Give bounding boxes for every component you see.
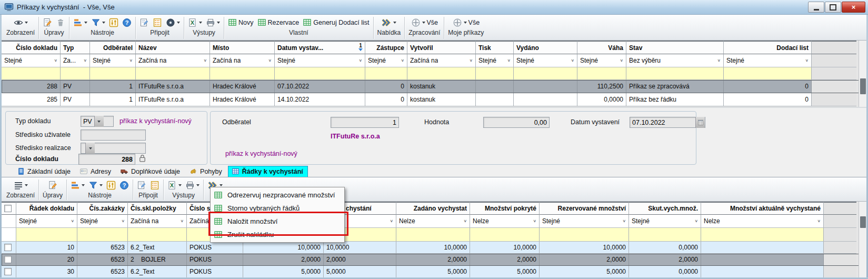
column-filter-dropdown[interactable]: Stejné∨ [2,54,61,67]
maximize-button[interactable] [825,2,841,13]
sort-button[interactable] [73,18,87,27]
column-filter-dropdown[interactable]: Začíná na∨ [407,54,476,67]
quick-filter-cell[interactable] [2,228,16,242]
scrollbar-thumb[interactable] [860,216,866,228]
quick-filter-cell[interactable] [724,67,812,80]
column-header[interactable]: Skut.vych.množ. [629,202,701,215]
quick-filter-cell[interactable] [540,228,629,242]
column-header[interactable]: Čís.skl.položky [128,202,187,215]
column-header[interactable]: Množství aktuálně vychystané [701,202,824,215]
row-select-cell[interactable] [2,266,16,278]
column-filter-dropdown[interactable]: Začíná na∨ [128,215,187,228]
combo-button[interactable] [94,116,104,127]
column-header[interactable] [2,202,16,215]
orders-data-row[interactable]: 285PV1ITFutuRe s.r.o.aHradec Králové14.1… [2,93,866,106]
calendar-button[interactable] [695,117,705,128]
column-filter-dropdown[interactable]: Nelze∨ [470,215,540,228]
excel-export-button[interactable]: X [188,18,202,27]
filter-button[interactable] [91,18,105,27]
print-rows-button[interactable] [185,181,199,190]
delete-button[interactable] [56,18,65,27]
filter-rows-button[interactable] [88,181,103,190]
row-checkbox[interactable] [4,244,12,251]
row-checkbox[interactable] [4,256,12,263]
quick-filter-cell[interactable] [470,228,540,242]
column-filter-dropdown[interactable]: Stejné∨ [365,54,407,67]
checklist-button[interactable] [153,18,162,27]
rezervace-button[interactable]: Rezervace [257,18,300,27]
column-header[interactable]: Tisk [476,41,514,54]
column-header[interactable]: Datum vystav...1 [275,41,365,54]
column-header[interactable]: Váha [577,41,626,54]
edit-row-button[interactable] [48,181,57,190]
quick-filter-cell[interactable] [629,228,701,242]
column-filter-dropdown[interactable]: Bez výběru∨ [626,54,724,67]
view-button[interactable] [14,18,28,27]
column-header[interactable]: Dodací list [724,41,812,54]
row-checkbox[interactable] [4,268,12,275]
scrollbar-thumb[interactable] [860,78,866,94]
column-header[interactable]: Vydáno [514,41,577,54]
settings-button[interactable] [109,18,118,27]
column-filter-dropdown[interactable]: Nelze∨ [396,215,470,228]
column-header[interactable]: Stav [626,41,724,54]
column-header[interactable]: Řádek dokladu [16,202,77,215]
quick-filter-cell[interactable] [365,67,407,80]
stredisko-uzivatele-field[interactable] [81,129,146,141]
column-header[interactable]: Rezervované množství [540,202,629,215]
note-row-button[interactable] [137,181,146,190]
checklist-row-button[interactable] [150,181,159,190]
column-header[interactable]: Odběratel [90,41,136,54]
zpracovani-button[interactable]: Vše [411,18,438,27]
rows-data-row[interactable]: 2065232 BOJLERPOKUS2,00002,00002,00002,0… [2,254,866,266]
column-filter-dropdown[interactable]: Stejné∨ [629,215,701,228]
column-filter-dropdown[interactable]: Stejné∨ [514,54,577,67]
combo-button[interactable] [85,143,95,154]
sort-rows-button[interactable] [71,181,85,190]
quick-filter-cell[interactable] [275,67,365,80]
column-header[interactable]: Vytvořil [407,41,476,54]
column-filter-dropdown[interactable]: Začíná na∨ [136,54,210,67]
generuj-dodaci-list-button[interactable]: Generuj Dodací list [303,18,369,27]
tab-adresy[interactable]: Adresy [76,166,115,177]
column-filter-dropdown[interactable]: Nelze∨ [701,215,824,228]
typ-dokladu-combo[interactable]: PV [81,116,114,127]
nabidka-button[interactable] [381,18,396,27]
column-filter-dropdown[interactable]: Začíná na∨ [210,54,275,67]
quick-filter-cell[interactable] [90,67,136,80]
quick-filter-cell[interactable] [407,67,476,80]
moje-prikazy-button[interactable]: Vše [453,18,480,27]
menu-item-odrezervuj-nezpracovan-mno-stv-[interactable]: Odrezervuj nezpracované množství [211,188,344,202]
close-button[interactable]: × [842,2,865,13]
column-filter-dropdown[interactable]: Stejné∨ [724,54,812,67]
row-select-cell[interactable] [2,254,16,266]
rows-data-row[interactable]: 1065236.2_TextPOKUS10,000010,000010,0000… [2,242,866,254]
row-select-cell[interactable] [2,242,16,254]
quick-filter-cell[interactable] [701,228,824,242]
minimize-button[interactable] [808,2,824,13]
excel-rows-button[interactable]: X [167,181,182,190]
quick-filter-cell[interactable] [577,67,626,80]
datum-vystaveni-field[interactable]: 07.10.2022 [630,117,705,128]
column-header[interactable]: Zadáno vychystat [396,202,470,215]
column-filter-dropdown[interactable]: Stejné∨ [77,215,128,228]
print-button[interactable] [206,18,220,27]
quick-filter-cell[interactable] [61,67,90,80]
titlebar[interactable]: Příkazy k vychystání - Vše, Vše × [0,0,868,15]
column-filter-dropdown[interactable]: Stejné∨ [16,215,77,228]
cislo-dokladu-field[interactable]: 288 [78,154,135,165]
tab-z-kladn-daje[interactable]: Základní údaje [14,166,75,177]
view-rows-button[interactable] [14,181,28,190]
column-header[interactable]: Místo [210,41,275,54]
settings-rows-button[interactable] [106,181,116,190]
select-all-checkbox[interactable] [4,205,12,212]
quick-filter-cell[interactable] [77,228,128,242]
quick-filter-cell[interactable] [396,228,470,242]
column-filter-dropdown[interactable]: Za...∨ [61,54,90,67]
column-header[interactable]: Množství pokryté [470,202,540,215]
column-filter-dropdown[interactable]: Stejné∨ [275,54,365,67]
column-header[interactable]: Název [136,41,210,54]
hodnota-field[interactable]: 0,00 [483,117,550,128]
quick-filter-cell[interactable] [128,228,187,242]
column-header[interactable]: Číslo dokladu [2,41,61,54]
